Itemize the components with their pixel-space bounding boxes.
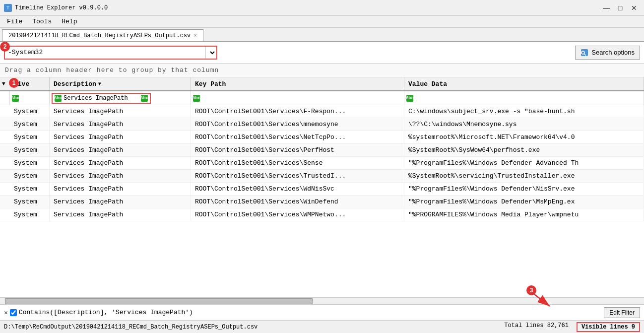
search-options-label: Search options [591, 49, 635, 56]
cell-keypath: ROOT\ControlSet001\Services\Sense [191, 157, 404, 169]
filter-cell-toggle [0, 91, 10, 105]
cell-description: Services ImagePath [50, 183, 191, 195]
cell-valuedata: %SystemRoot%\servicing\TrustedInstaller.… [404, 170, 644, 182]
cell-valuedata: "%PROGRAMFILES%\Windows Media Player\wmp… [404, 208, 644, 221]
cell-keypath: ROOT\ControlSet001\Services\WdNisSvc [191, 183, 404, 195]
total-lines: Total lines 82,761 [504, 322, 569, 332]
app-icon: T [4, 4, 12, 12]
maximize-button[interactable]: □ [614, 3, 626, 13]
cell-valuedata: C:\windows\subject_srv.exe -s "base-hunt… [404, 105, 644, 118]
filter-input-description[interactable]: Abc Services ImagePath Abc [52, 93, 151, 104]
close-button[interactable]: ✕ [628, 3, 640, 13]
cell-keypath: ROOT\ControlSet001\Services\NetTcpPo... [191, 131, 404, 143]
cell-hive: System [10, 118, 50, 131]
filter-cell-description: Abc Services ImagePath Abc [50, 91, 191, 105]
search-input-wrapper: ▼ [4, 46, 217, 60]
filter-icon-keypath: Abc [193, 95, 200, 102]
menu-file[interactable]: File [2, 17, 27, 26]
search-dropdown[interactable]: ▼ [205, 47, 216, 59]
annotation-2: 2 [0, 42, 10, 52]
edit-filter-button[interactable]: Edit Filter [604, 307, 640, 318]
filter-toggle[interactable]: ▼ [0, 79, 10, 89]
filter-icon-hive: Abc [12, 95, 19, 102]
filter-row: Abc Abc Services ImagePath Abc Abc Abc [0, 91, 644, 105]
table-row[interactable]: SystemServices ImagePathROOT\ControlSet0… [0, 118, 644, 131]
cell-hive: System [10, 170, 50, 182]
table-row[interactable]: SystemServices ImagePathROOT\ControlSet0… [0, 183, 644, 196]
table-row[interactable]: SystemServices ImagePathROOT\ControlSet0… [0, 208, 644, 221]
cell-valuedata: %systemroot%\Microsoft.NET\Framework64\v… [404, 131, 644, 143]
tab-label: 20190421214118_RECmd_Batch_RegistryASEPs… [8, 32, 191, 39]
table-row[interactable]: SystemServices ImagePathROOT\ControlSet0… [0, 170, 644, 183]
filter-cell-keypath: Abc [191, 91, 404, 105]
search-options-icon [580, 49, 588, 57]
sort-arrow: ▼ [98, 81, 101, 87]
group-header-text: Drag a column header here to group by th… [5, 67, 219, 74]
status-path: D:\Temp\ReCmdOutput\20190421214118_RECmd… [4, 324, 258, 331]
cell-hive: System [10, 131, 50, 143]
search-input[interactable] [5, 49, 205, 56]
cell-keypath: ROOT\ControlSet001\Services\PerfHost [191, 144, 404, 156]
filter-bar: ✕ Contains([Description], 'Services Imag… [0, 304, 644, 320]
cell-description: Services ImagePath [50, 196, 191, 208]
cell-hive: System [10, 208, 50, 221]
cell-hive: System [10, 157, 50, 169]
table-header: ▼ 1 Hive Description ▼ Key Path Value Da… [0, 77, 644, 91]
cell-keypath: ROOT\ControlSet001\Services\F-Respon... [191, 105, 404, 118]
annotation-1: 1 [9, 78, 19, 88]
cell-description: Services ImagePath [50, 131, 191, 143]
col-header-hive[interactable]: 1 Hive [10, 77, 50, 90]
filter-icon-desc-right: Abc [141, 95, 148, 102]
minimize-button[interactable]: — [600, 3, 612, 13]
cell-description: Services ImagePath [50, 157, 191, 169]
tab-close-button[interactable]: × [193, 33, 197, 39]
main-content: ▼ 1 Hive Description ▼ Key Path Value Da… [0, 77, 644, 304]
title-bar: T Timeline Explorer v0.9.0.0 — □ ✕ [0, 0, 644, 16]
cell-valuedata: %SystemRoot%\SysWow64\perfhost.exe [404, 144, 644, 156]
col-header-keypath[interactable]: Key Path [191, 77, 404, 90]
cell-description: Services ImagePath [50, 208, 191, 221]
cell-valuedata: "%ProgramFiles%\Windows Defender\MsMpEng… [404, 196, 644, 208]
title-left: T Timeline Explorer v0.9.0.0 [4, 4, 108, 12]
table-container: ▼ 1 Hive Description ▼ Key Path Value Da… [0, 77, 644, 297]
menu-help[interactable]: Help [57, 17, 82, 26]
table-body: SystemServices ImagePathROOT\ControlSet0… [0, 105, 644, 297]
filter-remove-button[interactable]: ✕ [4, 309, 8, 317]
table-row[interactable]: SystemServices ImagePathROOT\ControlSet0… [0, 157, 644, 170]
table-row[interactable]: SystemServices ImagePathROOT\ControlSet0… [0, 131, 644, 144]
cell-keypath: ROOT\ControlSet001\Services\WinDefend [191, 196, 404, 208]
cell-description: Services ImagePath [50, 118, 191, 131]
table-row[interactable]: SystemServices ImagePathROOT\ControlSet0… [0, 105, 644, 118]
tab-bar: 20190421214118_RECmd_Batch_RegistryASEPs… [0, 28, 644, 42]
cell-keypath: ROOT\ControlSet001\Services\mnemosyne [191, 118, 404, 131]
scrollbar-thumb[interactable] [5, 298, 313, 304]
cell-description: Services ImagePath [50, 170, 191, 182]
col-header-valuedata[interactable]: Value Data [404, 77, 644, 90]
filter-icon-valuedata: Abc [406, 95, 413, 102]
filter-cell-valuedata: Abc [404, 91, 644, 105]
cell-description: Services ImagePath [50, 144, 191, 156]
cell-keypath: ROOT\ControlSet001\Services\TrustedI... [191, 170, 404, 182]
status-bar: D:\Temp\ReCmdOutput\20190421214118_RECmd… [0, 320, 644, 333]
table-row[interactable]: SystemServices ImagePathROOT\ControlSet0… [0, 144, 644, 157]
horizontal-scrollbar[interactable] [0, 297, 644, 304]
cell-valuedata: "%ProgramFiles%\Windows Defender Advance… [404, 157, 644, 169]
filter-checkbox[interactable] [10, 309, 17, 316]
search-bar: 2 ▼ Find Clear Search options [0, 42, 644, 64]
filter-icon-desc: Abc [55, 95, 62, 102]
group-header: Drag a column header here to group by th… [0, 64, 644, 77]
col-header-description[interactable]: Description ▼ [50, 77, 191, 90]
cell-valuedata: "%ProgramFiles%\Windows Defender\NisSrv.… [404, 183, 644, 195]
title-controls: — □ ✕ [600, 3, 640, 13]
filter-cell-hive: Abc [10, 91, 50, 105]
cell-description: Services ImagePath [50, 105, 191, 118]
search-options-button[interactable]: Search options [575, 46, 640, 60]
svg-text:T: T [6, 5, 9, 10]
cell-hive: System [10, 105, 50, 118]
file-tab[interactable]: 20190421214118_RECmd_Batch_RegistryASEPs… [2, 29, 203, 41]
table-row[interactable]: SystemServices ImagePathROOT\ControlSet0… [0, 196, 644, 208]
app-title: Timeline Explorer v0.9.0.0 [15, 4, 108, 11]
filter-desc-value: Services ImagePath [64, 95, 128, 102]
menu-tools[interactable]: Tools [27, 17, 57, 26]
cell-hive: System [10, 196, 50, 208]
